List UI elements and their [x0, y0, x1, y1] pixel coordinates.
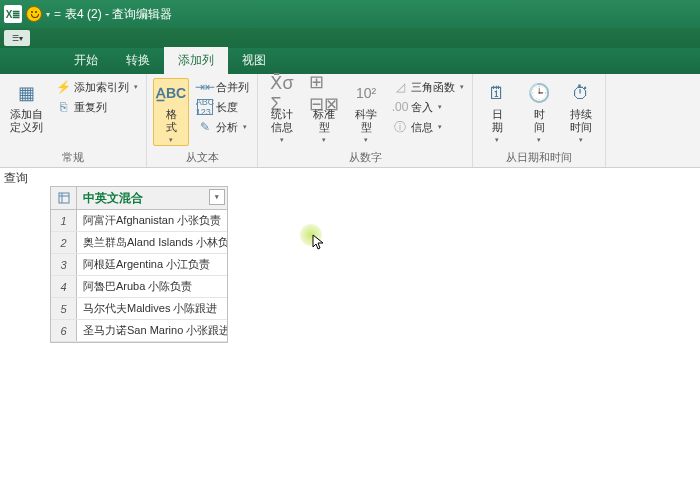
- round-icon: .00: [392, 99, 408, 115]
- qat-button[interactable]: ☰▾: [4, 30, 30, 46]
- query-pane-label: 查询: [4, 170, 28, 187]
- sigma-icon: X̄σΣ: [268, 80, 296, 106]
- chevron-down-icon: ▾: [134, 83, 138, 91]
- duration-button[interactable]: ⏱ 持续 时间 ▾: [563, 78, 599, 146]
- table-row: 3阿根廷Argentina 小江负责: [51, 254, 227, 276]
- clock-icon: 🕒: [525, 80, 553, 106]
- group-label-general: 常规: [6, 148, 140, 165]
- ribbon: ▦ 添加自 定义列 ⚡ 添加索引列 ▾ ⎘ 重复列 常规 A̲BC 格 式: [0, 74, 700, 168]
- duplicate-icon: ⎘: [55, 99, 71, 115]
- row-number[interactable]: 3: [51, 254, 77, 275]
- duplicate-column-button[interactable]: ⎘ 重复列: [53, 98, 140, 116]
- format-button[interactable]: A̲BC 格 式 ▾: [153, 78, 189, 146]
- table-row: 1阿富汗Afghanistan 小张负责: [51, 210, 227, 232]
- group-label-datetime: 从日期和时间: [479, 148, 599, 165]
- table-row: 6圣马力诺San Marino 小张跟进: [51, 320, 227, 342]
- cursor-icon: [312, 234, 326, 253]
- table-row: 5马尔代夫Maldives 小陈跟进: [51, 298, 227, 320]
- trig-button[interactable]: ◿ 三角函数 ▾: [390, 78, 466, 96]
- date-button[interactable]: 🗓 日 期 ▾: [479, 78, 515, 146]
- column-header-row: 中英文混合 ▾: [51, 187, 227, 210]
- row-number[interactable]: 6: [51, 320, 77, 341]
- tab-add-column[interactable]: 添加列: [164, 47, 228, 74]
- chevron-down-icon: ▾: [438, 103, 442, 111]
- chevron-down-icon: ▾: [495, 136, 499, 144]
- ribbon-group-datetime: 🗓 日 期 ▾ 🕒 时 间 ▾ ⏱ 持续 时间 ▾ 从日期和时间: [473, 74, 606, 167]
- info-icon: ⓘ: [392, 119, 408, 135]
- cell[interactable]: 圣马力诺San Marino 小张跟进: [77, 320, 227, 341]
- column-header[interactable]: 中英文混合 ▾: [77, 187, 227, 209]
- merge-icon: ⇥⇤: [197, 79, 213, 95]
- chevron-down-icon: ▾: [243, 123, 247, 131]
- chevron-down-icon: ▾: [364, 136, 368, 144]
- column-header-label: 中英文混合: [83, 190, 143, 207]
- merge-columns-button[interactable]: ⇥⇤ 合并列: [195, 78, 251, 96]
- row-number[interactable]: 1: [51, 210, 77, 231]
- chevron-down-icon: ▾: [169, 136, 173, 144]
- chevron-down-icon: ▾: [322, 136, 326, 144]
- table-row: 2奥兰群岛Aland Islands 小林负: [51, 232, 227, 254]
- format-icon: A̲BC: [157, 80, 185, 106]
- add-custom-column-button[interactable]: ▦ 添加自 定义列: [6, 78, 47, 136]
- chevron-down-icon: ▾: [460, 83, 464, 91]
- exponent-icon: 10²: [352, 80, 380, 106]
- row-number[interactable]: 5: [51, 298, 77, 319]
- title-separator: =: [54, 7, 61, 21]
- cell[interactable]: 奥兰群岛Aland Islands 小林负: [77, 232, 227, 253]
- quick-access-toolbar: ☰▾: [0, 28, 700, 48]
- cell[interactable]: 阿根廷Argentina 小江负责: [77, 254, 227, 275]
- column-filter-button[interactable]: ▾: [209, 189, 225, 205]
- cursor-highlight: [300, 224, 322, 246]
- length-icon: ABC123: [197, 99, 213, 115]
- ribbon-tabs: 开始 转换 添加列 视图: [0, 48, 700, 74]
- analyze-icon: ✎: [197, 119, 213, 135]
- qat-dropdown-icon[interactable]: ▾: [46, 10, 50, 19]
- group-label-text: 从文本: [153, 148, 251, 165]
- stopwatch-icon: ⏱: [567, 80, 595, 106]
- chevron-down-icon: ▾: [537, 136, 541, 144]
- row-number[interactable]: 2: [51, 232, 77, 253]
- ribbon-group-general: ▦ 添加自 定义列 ⚡ 添加索引列 ▾ ⎘ 重复列 常规: [0, 74, 147, 167]
- tab-home[interactable]: 开始: [60, 47, 112, 74]
- calc-icon: ⊞⊟⊠: [310, 80, 338, 106]
- chevron-down-icon: ▾: [438, 123, 442, 131]
- svg-rect-0: [59, 193, 69, 203]
- cell[interactable]: 阿魯巴Aruba 小陈负责: [77, 276, 227, 297]
- scientific-button[interactable]: 10² 科学 型 ▾: [348, 78, 384, 146]
- number-info-button[interactable]: ⓘ 信息 ▾: [390, 118, 466, 136]
- table-icon: ▦: [13, 80, 41, 106]
- table-corner-icon[interactable]: [51, 187, 77, 209]
- lightning-icon: ⚡: [55, 79, 71, 95]
- standard-button[interactable]: ⊞⊟⊠ 标准 型 ▾: [306, 78, 342, 146]
- window-title: 表4 (2) - 査询编辑器: [65, 6, 172, 23]
- chevron-down-icon: ▾: [579, 136, 583, 144]
- row-number[interactable]: 4: [51, 276, 77, 297]
- analyze-button[interactable]: ✎ 分析 ▾: [195, 118, 251, 136]
- cell[interactable]: 马尔代夫Maldives 小陈跟进: [77, 298, 227, 319]
- round-button[interactable]: .00 舍入 ▾: [390, 98, 466, 116]
- group-label-number: 从数字: [264, 148, 466, 165]
- ribbon-group-text: A̲BC 格 式 ▾ ⇥⇤ 合并列 ABC123 长度 ✎ 分析 ▾: [147, 74, 258, 167]
- tab-transform[interactable]: 转换: [112, 47, 164, 74]
- time-button[interactable]: 🕒 时 间 ▾: [521, 78, 557, 146]
- table-row: 4阿魯巴Aruba 小陈负责: [51, 276, 227, 298]
- triangle-icon: ◿: [392, 79, 408, 95]
- excel-icon: X≣: [4, 5, 22, 23]
- length-button[interactable]: ABC123 长度: [195, 98, 251, 116]
- ribbon-group-number: X̄σΣ 统计 信息 ▾ ⊞⊟⊠ 标准 型 ▾ 10² 科学 型 ▾ ◿ 三角函…: [258, 74, 473, 167]
- add-index-column-button[interactable]: ⚡ 添加索引列 ▾: [53, 78, 140, 96]
- statistics-button[interactable]: X̄σΣ 统计 信息 ▾: [264, 78, 300, 146]
- data-grid: 中英文混合 ▾ 1阿富汗Afghanistan 小张负责 2奥兰群岛Aland …: [50, 186, 228, 343]
- tab-view[interactable]: 视图: [228, 47, 280, 74]
- calendar-icon: 🗓: [483, 80, 511, 106]
- smiley-icon: [26, 6, 42, 22]
- chevron-down-icon: ▾: [280, 136, 284, 144]
- cell[interactable]: 阿富汗Afghanistan 小张负责: [77, 210, 227, 231]
- titlebar: X≣ ▾ = 表4 (2) - 査询编辑器: [0, 0, 700, 28]
